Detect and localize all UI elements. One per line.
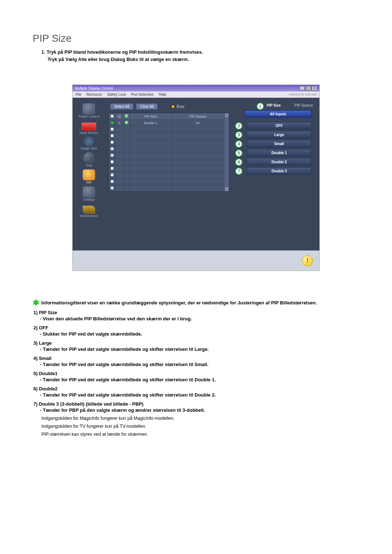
- table-row[interactable]: [109, 165, 224, 172]
- small-button[interactable]: Small: [247, 140, 311, 148]
- maximize-button[interactable]: ▢: [306, 86, 311, 91]
- sidebar-label: Time: [75, 164, 102, 167]
- select-all-button[interactable]: Select All: [110, 103, 133, 110]
- scroll-up-icon[interactable]: [224, 113, 229, 118]
- image-size-icon: [84, 137, 94, 146]
- sidebar-item-settings[interactable]: Settings: [75, 186, 102, 201]
- status-led: [125, 121, 128, 124]
- table-row[interactable]: [109, 178, 224, 185]
- row-id: 0: [115, 120, 123, 126]
- plain-note-1: Indgangskilden for MagicInfo fungerer ku…: [33, 416, 359, 421]
- table-row[interactable]: [109, 133, 224, 139]
- app-window: Multiple Display Control _ ▢ ✕ File Remo…: [73, 85, 319, 271]
- table-row[interactable]: [109, 152, 224, 159]
- callout-5: 5: [235, 149, 242, 157]
- tab-pip-source[interactable]: PIP Source: [295, 103, 313, 107]
- star-icon: ✱: [33, 300, 39, 305]
- info-text: Informationsgitteret viser en række grun…: [41, 300, 317, 306]
- callout-7: 7: [235, 168, 242, 175]
- col-status: [123, 113, 130, 120]
- warning-icon: !: [302, 255, 313, 266]
- sidebar-label: Settings: [75, 198, 102, 201]
- sidebar-item-maintenance[interactable]: Maintenance: [75, 204, 102, 218]
- table-row[interactable]: [109, 146, 224, 152]
- callout-2: 2: [235, 122, 242, 130]
- busy-icon: [171, 105, 175, 108]
- menu-safety-lock[interactable]: Safety Lock: [107, 93, 126, 97]
- sidebar-item-time[interactable]: Time: [75, 152, 102, 167]
- def-item-1: 1) PIP Size- Viser den aktuelle PIP Bill…: [33, 310, 359, 321]
- sidebar-item-power-control[interactable]: Power Control: [75, 103, 102, 118]
- page-title: PIP Size: [33, 33, 359, 44]
- sidebar-item-pip[interactable]: PIP: [75, 169, 102, 184]
- sidebar-label: PIP: [75, 181, 102, 184]
- off-button[interactable]: OFF: [247, 122, 311, 130]
- callout-3: 3: [235, 131, 242, 139]
- double3-button[interactable]: Double 3: [247, 167, 311, 175]
- status-bar: !: [73, 250, 319, 271]
- titlebar: Multiple Display Control _ ▢ ✕: [73, 85, 319, 91]
- menu-port-selection[interactable]: Port Selection: [131, 93, 154, 97]
- time-icon: [83, 152, 94, 163]
- table-row[interactable]: [109, 139, 224, 146]
- intro-num: 1.: [41, 49, 45, 55]
- scrollbar[interactable]: [224, 113, 229, 192]
- row-pip-size: Double 1: [130, 120, 172, 126]
- double2-button[interactable]: Double 2: [247, 158, 311, 166]
- def-item-2: 2) OFF- Slukker for PIP ved det valgte s…: [33, 325, 359, 337]
- all-inputs-label: All Inputs: [245, 110, 311, 118]
- plain-note-2: Indgangskilden for TV fungerer kun på TV…: [33, 424, 359, 429]
- intro-line2: Tryk på Vælg Alle eller brug Dialog Boks…: [41, 56, 359, 63]
- minimize-button[interactable]: _: [299, 86, 305, 91]
- menu-help[interactable]: Help: [159, 93, 166, 97]
- row-checkbox[interactable]: [110, 121, 114, 124]
- sidebar: Power Control Input Source Image Size Ti…: [73, 98, 105, 250]
- settings-icon: [83, 186, 95, 197]
- busy-label: Busy: [176, 104, 184, 108]
- intro-line1: Tryk på PIP bland hovedikonerne og PIP I…: [46, 49, 203, 55]
- menu-remocon[interactable]: Remocon: [86, 93, 102, 97]
- menubar: File Remocon Safety Lock Port Selection …: [73, 91, 319, 98]
- callout-4: 4: [235, 140, 242, 148]
- table-row[interactable]: [109, 172, 224, 178]
- brand-label: SAMSUNG DIGITall: [289, 93, 317, 96]
- maintenance-icon: [83, 206, 95, 214]
- scroll-down-icon[interactable]: [224, 186, 229, 192]
- def-item-6: 6) Double2- Tænder for PIP ved det valgt…: [33, 386, 359, 398]
- table-row[interactable]: [109, 185, 224, 192]
- clear-all-button[interactable]: Clear All: [136, 103, 158, 110]
- sidebar-item-input-source[interactable]: Input Source: [75, 120, 102, 135]
- row-pip-source: AV: [172, 120, 224, 126]
- col-check[interactable]: [109, 113, 115, 120]
- col-pip-source: PIP Source: [172, 113, 224, 120]
- def-item-4: 4) Small- Tænder for PIP ved det valgte …: [33, 356, 359, 367]
- callout-1: 1: [257, 103, 264, 110]
- menu-file[interactable]: File: [75, 93, 81, 97]
- sidebar-label: Power Control: [75, 115, 102, 118]
- col-pip-size: PIP Size: [130, 113, 172, 120]
- busy-indicator: Busy: [171, 104, 184, 108]
- double1-button[interactable]: Double 1: [247, 149, 311, 157]
- intro-item: 1. Tryk på PIP bland hovedikonerne og PI…: [41, 49, 359, 63]
- def-item-7: 7) Double 3 (3-dobbelt) (billede ved bil…: [33, 401, 359, 437]
- def-item-5: 5) Double1- Tænder for PIP ved det valgt…: [33, 371, 359, 382]
- sidebar-label: Maintenance: [75, 214, 102, 218]
- input-icon: [82, 123, 96, 131]
- pip-icon: [83, 169, 95, 180]
- close-button[interactable]: ✕: [312, 86, 317, 91]
- tab-pip-size[interactable]: PIP Size: [267, 103, 281, 107]
- sidebar-item-image-size[interactable]: Image Size: [75, 137, 102, 150]
- plain-note-3: PIP-størrelsen kan styres ved at tænde f…: [33, 432, 359, 437]
- sidebar-label: Input Source: [75, 131, 102, 135]
- callout-6: 6: [235, 159, 242, 166]
- window-title: Multiple Display Control: [75, 86, 299, 90]
- table-row[interactable]: 0 Double 1 AV: [109, 120, 224, 126]
- def-item-3: 3) Large- Tænder for PIP ved det valgte …: [33, 340, 359, 352]
- sidebar-label: Image Size: [75, 147, 102, 150]
- table-row[interactable]: [109, 159, 224, 165]
- power-icon: [83, 103, 95, 114]
- table-row[interactable]: [109, 126, 224, 133]
- col-id: ID: [115, 113, 123, 120]
- large-button[interactable]: Large: [247, 131, 311, 139]
- pip-size-panel: 1 PIP Size PIP Source All Inputs 2OFF 3L…: [232, 103, 316, 250]
